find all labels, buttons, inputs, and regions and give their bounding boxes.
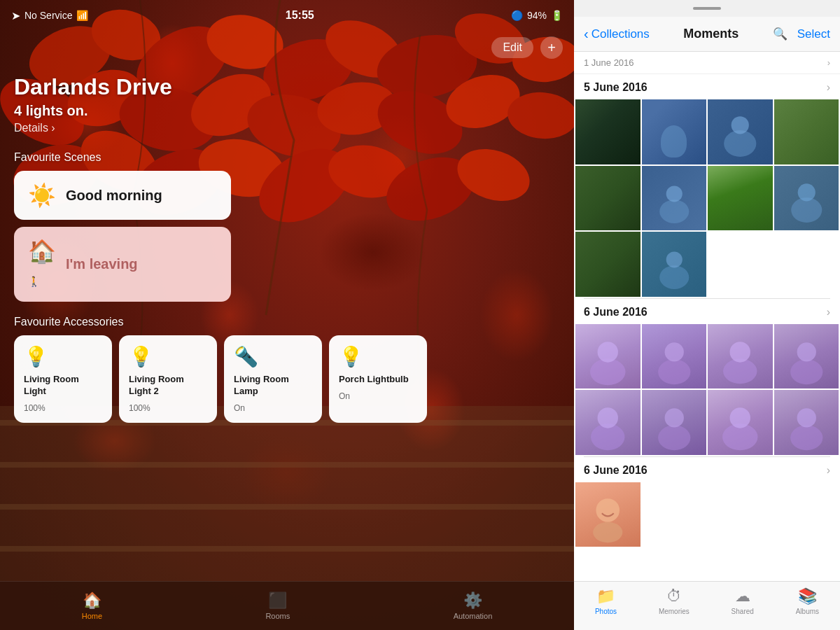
lamp-icon: 🔦: [234, 345, 258, 368]
search-button[interactable]: 🔍: [773, 27, 788, 41]
scene-card-good-morning[interactable]: ☀️ Good morning: [14, 171, 231, 220]
svg-point-38: [666, 251, 682, 267]
add-button[interactable]: +: [540, 36, 563, 59]
good-morning-icon: ☀️: [28, 182, 56, 209]
status-bar: ➤ No Service 📶 15:55 🔵 94% 🔋: [0, 0, 574, 31]
good-morning-label: Good morning: [66, 188, 162, 204]
cutoff-date-label: 1 June 2016: [584, 57, 634, 68]
tab-photos[interactable]: 📁 Photos: [595, 587, 617, 615]
nav-home[interactable]: 🏠 Home: [82, 592, 102, 620]
svg-point-42: [664, 342, 683, 361]
favourite-scenes-label: Favourite Scenes: [14, 151, 560, 164]
photo-thumb[interactable]: [575, 482, 640, 547]
edit-button[interactable]: Edit: [491, 37, 533, 58]
photo-thumb[interactable]: [575, 324, 640, 389]
porch-icon: 💡: [339, 345, 363, 368]
photo-thumb[interactable]: [708, 390, 773, 455]
status-right: 🔵 94% 🔋: [511, 10, 563, 21]
svg-point-44: [730, 342, 750, 362]
favourite-accessories-label: Favourite Accessories: [14, 316, 560, 328]
svg-point-32: [732, 116, 749, 134]
date-arrow-5-june: ›: [827, 81, 830, 94]
home-title: Darlands Drive: [14, 74, 560, 100]
select-button[interactable]: Select: [797, 27, 830, 41]
date-header-5-june[interactable]: 5 June 2016 ›: [574, 74, 840, 99]
svg-point-33: [659, 200, 689, 223]
photo-thumb[interactable]: [774, 166, 839, 231]
svg-point-46: [797, 342, 816, 361]
photos-status-bar: [574, 0, 840, 17]
details-link[interactable]: Details ›: [14, 122, 560, 134]
photo-thumb[interactable]: [774, 99, 839, 164]
moments-title: Moments: [683, 27, 738, 41]
photos-scroll-area[interactable]: 1 June 2016 › 5 June 2016 ›: [574, 52, 840, 581]
smart-home-panel: ➤ No Service 📶 15:55 🔵 94% 🔋 Edit + Darl…: [0, 0, 574, 630]
cutoff-arrow: ›: [827, 57, 830, 68]
light2-name: Living Room Light 2: [129, 374, 207, 398]
bottom-nav: 🏠 Home ⬛ Rooms ⚙️ Automation: [0, 581, 574, 630]
svg-point-48: [598, 407, 618, 428]
photos-panel: ‹ Collections Moments 🔍 Select 1 June 20…: [574, 0, 840, 630]
tab-memories[interactable]: ⏱ Memories: [659, 587, 690, 615]
date-arrow-6-june-b: ›: [827, 464, 830, 477]
albums-tab-icon: 📚: [798, 587, 817, 606]
tab-albums[interactable]: 📚 Albums: [796, 587, 819, 615]
svg-point-54: [797, 408, 816, 427]
photo-thumb[interactable]: [642, 324, 707, 389]
svg-point-34: [666, 186, 682, 202]
status-left: ➤ No Service 📶: [11, 9, 88, 22]
time-display: 15:55: [286, 9, 314, 22]
date-label-6-june-a: 6 June 2016: [584, 306, 648, 318]
nav-rooms[interactable]: ⬛ Rooms: [265, 592, 290, 620]
photo-thumb[interactable]: [575, 99, 640, 164]
lamp-name: Living Room Lamp: [234, 374, 312, 398]
svg-point-55: [596, 498, 620, 522]
lamp-status: On: [234, 403, 245, 413]
nav-automation[interactable]: ⚙️ Automation: [454, 592, 493, 620]
photo-thumb[interactable]: [642, 99, 707, 164]
accessory-living-room-lamp[interactable]: 🔦 Living Room Lamp On: [224, 335, 322, 423]
photo-thumb[interactable]: [575, 166, 640, 231]
photo-thumb[interactable]: [708, 166, 773, 231]
photo-thumb[interactable]: [575, 232, 640, 297]
photo-thumb[interactable]: [708, 99, 773, 164]
date-label-6-june-b: 6 June 2016: [584, 464, 648, 477]
photo-thumb[interactable]: [642, 390, 707, 455]
svg-point-52: [730, 407, 750, 428]
photo-grid-6-june-a: [574, 324, 840, 456]
photo-thumb[interactable]: [774, 324, 839, 389]
scene-card-leaving[interactable]: 🏠🚶 I'm leaving: [14, 227, 231, 302]
date-header-6-june-a[interactable]: 6 June 2016 ›: [574, 299, 840, 324]
svg-point-37: [659, 265, 689, 289]
top-actions: Edit +: [0, 31, 574, 64]
home-nav-label: Home: [82, 612, 102, 620]
photos-tab-bar: 📁 Photos ⏱ Memories ☁ Shared 📚 Albums: [574, 581, 840, 630]
svg-point-39: [590, 358, 625, 385]
photo-thumb[interactable]: [642, 166, 707, 231]
svg-point-53: [790, 425, 822, 450]
photo-thumb[interactable]: [708, 324, 773, 389]
svg-point-45: [790, 359, 822, 384]
svg-point-35: [791, 197, 822, 223]
nav-actions: 🔍 Select: [773, 27, 830, 41]
wifi-icon: 📶: [76, 10, 88, 21]
section-6-june-2016-a: 6 June 2016 ›: [574, 299, 840, 456]
collections-back-button[interactable]: ‹ Collections: [584, 26, 650, 42]
accessory-porch-lightbulb[interactable]: 💡 Porch Lightbulb On: [329, 335, 427, 423]
photo-thumb[interactable]: [774, 390, 839, 455]
automation-nav-label: Automation: [454, 612, 493, 620]
accessory-living-room-light[interactable]: 💡 Living Room Light 100%: [14, 335, 112, 423]
status-indicator: [693, 7, 721, 10]
photo-thumb[interactable]: [642, 232, 707, 297]
svg-point-49: [658, 425, 690, 450]
rooms-nav-icon: ⬛: [268, 592, 287, 610]
shared-tab-label: Shared: [732, 608, 754, 615]
photo-thumb[interactable]: [575, 390, 640, 455]
light2-icon: 💡: [129, 345, 153, 368]
date-header-6-june-b[interactable]: 6 June 2016 ›: [574, 457, 840, 482]
light1-name: Living Room Light: [24, 374, 102, 398]
tab-shared[interactable]: ☁ Shared: [732, 587, 754, 615]
bluetooth-icon: 🔵: [511, 10, 523, 21]
shared-tab-icon: ☁: [735, 587, 750, 606]
accessory-living-room-light2[interactable]: 💡 Living Room Light 2 100%: [119, 335, 217, 423]
